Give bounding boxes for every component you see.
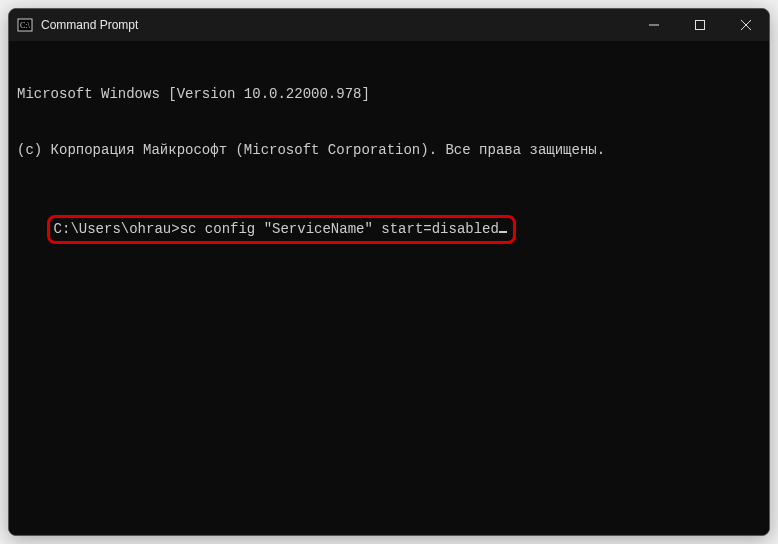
cursor: [499, 221, 507, 233]
output-line-copyright: (c) Корпорация Майкрософт (Microsoft Cor…: [17, 141, 761, 160]
terminal-area[interactable]: Microsoft Windows [Version 10.0.22000.97…: [9, 41, 769, 535]
maximize-button[interactable]: [677, 9, 723, 41]
titlebar[interactable]: C:\ Command Prompt: [9, 9, 769, 41]
svg-rect-3: [696, 21, 705, 30]
command-prompt-window: C:\ Command Prompt Microsoft Windows [Ve…: [8, 8, 770, 536]
minimize-button[interactable]: [631, 9, 677, 41]
output-line-version: Microsoft Windows [Version 10.0.22000.97…: [17, 85, 761, 104]
window-title: Command Prompt: [41, 18, 138, 32]
svg-text:C:\: C:\: [20, 21, 31, 30]
app-icon: C:\: [17, 17, 33, 33]
close-button[interactable]: [723, 9, 769, 41]
highlighted-command: C:\Users\ohrau>sc config "ServiceName" s…: [47, 215, 516, 244]
command-text: sc config "ServiceName" start=disabled: [180, 221, 499, 237]
window-controls: [631, 9, 769, 41]
prompt: C:\Users\ohrau>: [54, 221, 180, 237]
